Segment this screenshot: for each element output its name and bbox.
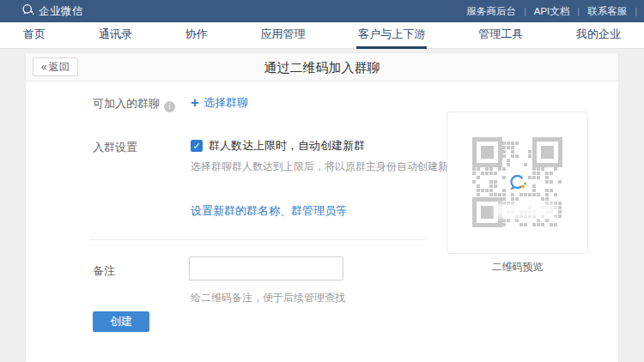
tab-customers-upstream-downstream[interactable]: 客户与上下游: [356, 22, 427, 49]
select-group-link-label: 选择群聊: [204, 96, 248, 109]
tab-management-tools[interactable]: 管理工具: [477, 22, 525, 49]
separator: |: [635, 6, 637, 16]
create-button[interactable]: 创建: [93, 311, 149, 332]
select-group-link[interactable]: +选择群聊: [191, 94, 248, 112]
top-bar: 企业微信 服务商后台 | API文档 | 联系客服 |: [0, 0, 644, 22]
auto-create-group-checkbox-label: 群人数达上限时，自动创建新群: [209, 138, 365, 154]
content-card: « 返回 通过二维码加入群聊 可加入的群聊i +选择群聊 入群设置 ✓ 群人数达…: [26, 53, 618, 362]
tab-collaboration[interactable]: 协作: [184, 22, 210, 49]
qr-blur-watermark: [495, 203, 556, 218]
join-settings-label: 入群设置: [93, 140, 137, 155]
joinable-group-label-text: 可加入的群聊: [93, 97, 160, 110]
auto-create-group-checkbox[interactable]: ✓: [191, 140, 203, 152]
top-link-contact-support[interactable]: 联系客服: [580, 5, 635, 18]
remark-label: 备注: [93, 263, 115, 279]
qr-preview-caption: 二维码预览: [447, 260, 588, 275]
brand-name: 企业微信: [39, 4, 83, 19]
card-header: « 返回 通过二维码加入群聊: [26, 53, 618, 81]
top-link-api-docs[interactable]: API文档: [526, 5, 578, 18]
plus-icon: +: [191, 94, 199, 111]
qr-center-logo-icon: [507, 172, 528, 193]
section-divider: [90, 239, 425, 240]
page-title: 通过二维码加入群聊: [26, 53, 618, 81]
new-group-settings-link[interactable]: 设置新群的群名称、群管理员等: [191, 203, 347, 219]
back-button[interactable]: « 返回: [33, 57, 78, 76]
back-button-label: 返回: [49, 60, 70, 75]
join-settings-hint: 选择群聊群人数达到上限后，将以原群主身份自动创建新群: [191, 160, 459, 174]
top-links: 服务商后台 | API文档 | 联系客服 |: [459, 5, 637, 18]
back-arrows-icon: «: [41, 61, 47, 73]
qr-code: [472, 137, 562, 227]
top-link-service-provider[interactable]: 服务商后台: [459, 5, 524, 18]
tab-home[interactable]: 首页: [21, 22, 47, 49]
auto-create-group-option: ✓ 群人数达上限时，自动创建新群: [191, 138, 365, 154]
info-icon[interactable]: i: [164, 101, 175, 112]
remark-hint: 给二维码备注，便于后续管理查找: [191, 291, 345, 305]
joinable-group-label: 可加入的群聊i: [93, 96, 175, 112]
tab-app-management[interactable]: 应用管理: [258, 22, 307, 49]
wechat-work-logo-icon: [21, 3, 34, 19]
tab-my-enterprise[interactable]: 我的企业: [574, 22, 623, 49]
brand[interactable]: 企业微信: [21, 3, 83, 19]
qr-preview-panel: [447, 112, 588, 254]
remark-input[interactable]: [189, 256, 343, 281]
tab-contacts[interactable]: 通讯录: [97, 22, 134, 49]
main-nav: 首页 通讯录 协作 应用管理 客户与上下游 管理工具 我的企业: [0, 22, 644, 49]
